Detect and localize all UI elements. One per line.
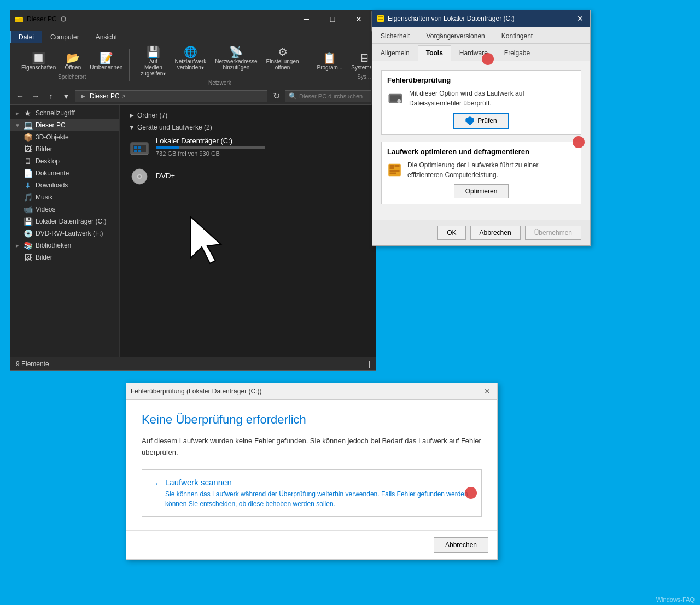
netzlaufwerk-icon: 🌐 [184,46,197,57]
scan-close-button[interactable]: ✕ [482,386,493,397]
drive-dvd-name: DVD+ [156,172,367,180]
sidebar-label-musik: Musik [36,193,52,201]
sidebar-item-lokaler[interactable]: 💾 Lokaler Datenträger (C:) [10,215,119,227]
einstellungen-label: Einstellungenöffnen [266,58,299,71]
sidebar-item-bibliotheken[interactable]: ► 📚 Bibliotheken [10,239,119,251]
forward-button[interactable]: → [29,90,42,103]
close-button[interactable]: ✕ [346,10,371,28]
umbenennen-icon: 📝 [100,52,113,63]
program-icon: 📋 [323,52,336,63]
ordner-section-header[interactable]: ► Ordner (7) [124,109,371,121]
tab-allgemein[interactable]: Allgemein [372,45,418,61]
drive-dvd-item[interactable]: DVD+ [124,162,371,189]
ordner-expand: ► [129,111,135,119]
oeffnen-button[interactable]: 📂 Öffnen [61,50,84,73]
properties-tabs-2: Allgemein Tools Hardware Freigabe [372,44,590,61]
sidebar-item-schnellzugriff[interactable]: ► ★ Schnellzugriff [10,107,119,119]
sidebar-label-downloads: Downloads [36,181,68,189]
title-bar-left: Dieser PC [15,15,67,24]
tab-vorgaenger[interactable]: Vorgängerversionen [418,28,493,43]
drive-c-bar-container [156,146,265,149]
systeme-icon: 🖥 [359,52,370,63]
sidebar-item-bilder2[interactable]: 🖼 Bilder [10,251,119,263]
scan-abbrechen-button[interactable]: Abbrechen [434,537,488,553]
star-icon: ★ [24,109,32,118]
tab-sicherheit[interactable]: Sicherheit [372,28,418,43]
ribbon-tabs: Datei Computer Ansicht [10,28,376,43]
sidebar-label-dvd: DVD-RW-Laufwerk (F:) [36,230,103,237]
back-button[interactable]: ← [14,90,27,103]
sidebar-item-dieser-pc[interactable]: ▼ 💻 Dieser PC [10,119,119,131]
sidebar-item-desktop[interactable]: 🖥 Desktop [10,155,119,167]
search-placeholder: Dieser PC durchsuchen [299,93,363,99]
pin-icon [60,16,67,22]
geraete-section-header[interactable]: ▼ Geräte und Laufwerke (2) [124,121,371,133]
eigenschaften-button[interactable]: 🔲 Eigenschaften [18,50,59,73]
optimieren-button[interactable]: Optimieren [454,184,509,198]
umbenennen-button[interactable]: 📝 Umbenennen [86,50,126,73]
svg-rect-15 [378,16,383,17]
address-path[interactable]: ► Dieser PC > [75,90,267,102]
explorer-title-bar: Dieser PC ─ □ ✕ [10,10,376,28]
svg-rect-17 [378,21,381,21]
fehler-row: Mit dieser Option wird das Laufwerk auf … [387,89,575,108]
pruefen-button[interactable]: Prüfen [453,113,509,129]
watermark: Windows-FAQ [656,596,695,603]
tab-datei[interactable]: Datei [10,31,42,43]
optimieren-row: Die Optimierung der Laufwerke führt zu e… [387,160,575,180]
tab-hardware[interactable]: Hardware [451,45,496,61]
netzadresse-button[interactable]: 📡 Netzwerkadressehinzufügen [212,44,260,79]
scan-action-title: Laufwerk scannen [165,478,472,487]
dokumente-icon: 📄 [24,169,32,178]
properties-close-button[interactable]: ✕ [575,13,586,24]
maximize-button[interactable]: □ [320,10,345,28]
sidebar-item-musik[interactable]: 🎵 Musik [10,191,119,203]
tab-computer[interactable]: Computer [42,31,88,43]
sidebar-label-bilder2: Bilder [36,254,52,261]
sidebar-item-dvd[interactable]: 💿 DVD-RW-Laufwerk (F:) [10,227,119,239]
scan-action-box[interactable]: → Laufwerk scannen Sie können das Laufwe… [142,469,482,517]
drive-c-item[interactable]: Lokaler Datenträger (C:) 732 GB frei von… [124,133,371,160]
netzlaufwerk-button[interactable]: 🌐 Netzlaufwerkverbinden▾ [171,44,209,79]
up-button[interactable]: ↑ [44,90,57,103]
sidebar-item-dokumente[interactable]: 📄 Dokumente [10,167,119,179]
sidebar-item-downloads[interactable]: ⬇ Downloads [10,179,119,191]
sidebar-item-videos[interactable]: 📹 Videos [10,203,119,215]
path-value: Dieser PC [90,92,120,100]
sidebar-label-lokaler: Lokaler Datenträger (C:) [36,218,106,225]
drive-dvd-info: DVD+ [156,172,367,180]
sidebar-item-3d-objekte[interactable]: 📦 3D-Objekte [10,131,119,143]
oeffnen-label: Öffnen [65,64,81,71]
properties-title-left: Eigenschaften von Lokaler Datenträger (C… [377,15,514,22]
sidebar-item-bilder[interactable]: 🖼 Bilder [10,143,119,155]
bilder-icon: 🖼 [24,145,32,154]
drive-c-info: Lokaler Datenträger (C:) 732 GB frei von… [156,137,367,157]
tab-freigabe[interactable]: Freigabe [496,45,538,61]
eigenschaften-label: Eigenschaften [21,64,56,71]
program-button[interactable]: 📋 Program... [314,50,346,73]
svg-rect-6 [134,146,137,149]
explorer-window: Dieser PC ─ □ ✕ Datei Computer Ansicht 🔲 [10,10,376,371]
scan-action-content: Laufwerk scannen Sie können das Laufwerk… [165,478,472,509]
einstellungen-button[interactable]: ⚙ Einstellungenöffnen [263,44,302,79]
svg-rect-8 [138,146,141,149]
medien-icon: 💾 [147,46,160,57]
tab-tools[interactable]: Tools [418,45,451,61]
tab-kontingent[interactable]: Kontingent [493,28,541,43]
properties-content: Fehlerüberprüfung Mit dieser Option wird… [372,61,590,220]
medien-button[interactable]: 💾 Auf Medienzugreifen▾ [137,44,169,79]
pc-icon: 💻 [24,121,32,130]
tab-ansicht[interactable]: Ansicht [88,31,125,43]
abbrechen-button[interactable]: Abbrechen [470,226,521,240]
svg-rect-7 [134,150,137,152]
uebernehmen-button[interactable]: Übernehmen [525,226,581,240]
pruefen-container: Prüfen [387,113,575,129]
recent-button[interactable]: ▼ [60,90,73,103]
search-box[interactable]: 🔍 Dieser PC durchsuchen [285,90,372,102]
refresh-button[interactable]: ↻ [270,90,283,103]
minimize-button[interactable]: ─ [294,10,319,28]
ok-button[interactable]: OK [438,226,465,240]
drive-c-bar-fill [156,146,179,149]
speicherort-label: Speicherort [58,74,86,80]
musik-icon: 🎵 [24,193,32,202]
